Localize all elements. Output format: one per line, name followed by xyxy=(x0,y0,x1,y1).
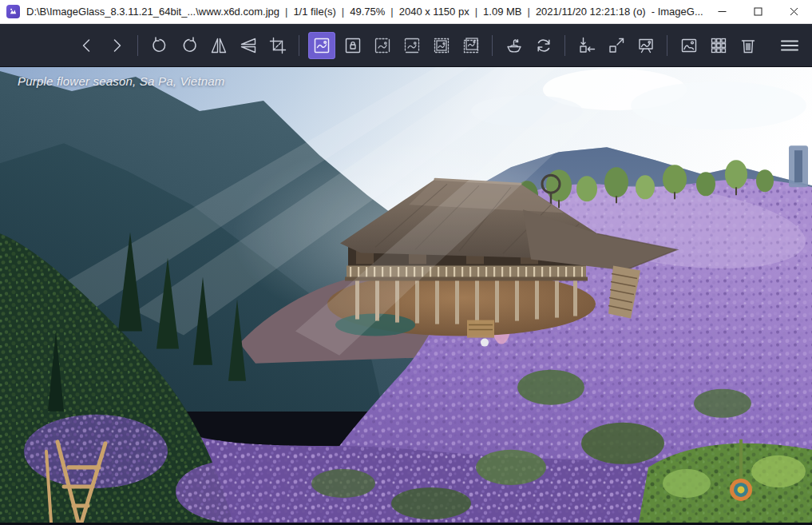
minimize-button[interactable] xyxy=(704,0,740,24)
scale-to-fill-button[interactable] xyxy=(456,30,485,62)
scale-width-icon xyxy=(373,36,392,55)
next-button[interactable] xyxy=(101,30,131,62)
photo-caption: Purple flower season, Sa Pa, Vietnam xyxy=(18,74,225,88)
title-separator: | xyxy=(475,6,477,18)
menu-button[interactable] xyxy=(774,30,804,62)
title-app-name: - ImageG... xyxy=(652,6,703,18)
close-button[interactable] xyxy=(776,0,812,24)
crop-button[interactable] xyxy=(263,30,292,62)
slideshow-screen-icon xyxy=(636,36,656,55)
title-datetime: 2021/11/20 12:21:18 (o) xyxy=(536,6,646,18)
scale-height-icon xyxy=(402,36,422,55)
rotate-right-button[interactable] xyxy=(174,30,204,62)
photo-sapa-landscape xyxy=(0,67,812,523)
lock-zoom-button[interactable] xyxy=(338,30,367,62)
title-file-size: 1.09 MB xyxy=(483,6,521,18)
rotate-right-icon xyxy=(180,36,199,55)
lock-icon xyxy=(343,36,362,55)
title-file-count: 1/1 file(s) xyxy=(293,6,335,18)
title-separator: | xyxy=(390,6,393,18)
scale-to-height-button[interactable] xyxy=(397,30,426,62)
minimize-icon xyxy=(718,7,727,16)
toolbar-separator xyxy=(492,35,493,56)
title-separator: | xyxy=(285,6,287,18)
rotate-left-icon xyxy=(150,36,169,55)
flip-vertical-button[interactable] xyxy=(233,30,263,62)
actual-size-button[interactable] xyxy=(572,30,601,62)
scale-fit-icon xyxy=(432,36,451,55)
fullscreen-button[interactable] xyxy=(601,30,631,62)
arrows-out-icon xyxy=(607,36,626,55)
scale-to-fit-button[interactable] xyxy=(426,30,456,62)
chevron-right-icon xyxy=(107,36,126,55)
titlebar: D:\B\ImageGlass_8.3.11.21_64bit_...\www.… xyxy=(0,0,812,24)
auto-zoom-button[interactable] xyxy=(308,32,335,59)
imageglass-logo-icon xyxy=(6,5,20,18)
arrows-in-icon xyxy=(577,36,596,55)
flip-vertical-icon xyxy=(239,36,258,55)
flip-horizontal-icon xyxy=(209,36,228,55)
image-canvas[interactable]: Purple flower season, Sa Pa, Vietnam xyxy=(0,67,812,525)
flip-horizontal-button[interactable] xyxy=(204,30,233,62)
refresh-button[interactable] xyxy=(529,30,558,62)
back-button[interactable] xyxy=(72,30,101,62)
trash-icon xyxy=(739,36,758,55)
title-separator: | xyxy=(527,6,529,18)
window-controls xyxy=(704,0,812,24)
imageglass-window: D:\B\ImageGlass_8.3.11.21_64bit_...\www.… xyxy=(0,0,812,525)
title-dimensions: 2040 x 1150 px xyxy=(399,6,469,18)
grid-icon xyxy=(709,36,728,55)
close-icon xyxy=(790,7,798,16)
maximize-button[interactable] xyxy=(740,0,776,24)
toolbar-separator xyxy=(667,35,667,56)
scale-to-width-button[interactable] xyxy=(367,30,397,62)
rotate-left-button[interactable] xyxy=(145,30,174,62)
picture-button[interactable] xyxy=(674,30,703,62)
delete-button[interactable] xyxy=(733,30,762,62)
picture-icon xyxy=(679,36,699,55)
title-zoom-level: 49.75% xyxy=(350,6,385,18)
toolbar-separator xyxy=(137,35,138,56)
auto-zoom-icon xyxy=(312,36,331,55)
thumbnail-grid-button[interactable] xyxy=(703,30,733,62)
title-file-path: D:\B\ImageGlass_8.3.11.21_64bit_...\www.… xyxy=(26,6,279,18)
chevron-left-icon xyxy=(77,36,97,55)
toolbar xyxy=(0,24,812,66)
hamburger-icon xyxy=(779,36,800,55)
open-file-button[interactable] xyxy=(499,30,529,62)
slideshow-button[interactable] xyxy=(631,30,660,62)
crop-icon xyxy=(268,36,287,55)
scale-fill-icon xyxy=(461,36,481,55)
title-separator: | xyxy=(342,6,344,18)
maximize-icon xyxy=(754,7,762,16)
boat-icon xyxy=(505,36,524,55)
toolbar-separator xyxy=(564,35,565,56)
refresh-icon xyxy=(534,36,553,55)
toolbar-separator xyxy=(299,35,299,56)
